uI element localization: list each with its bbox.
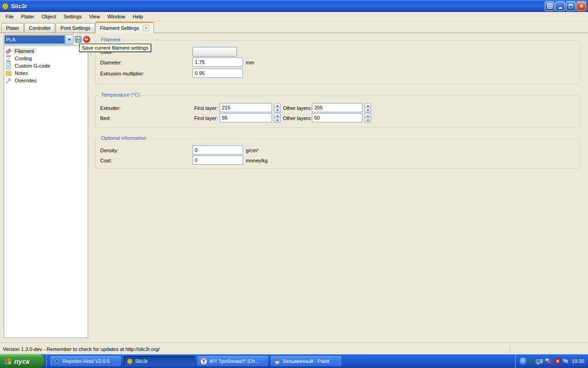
- preset-select[interactable]: PLA: [4, 34, 74, 45]
- start-button[interactable]: пуск: [0, 354, 45, 368]
- extrusion-multiplier-input[interactable]: [192, 69, 243, 78]
- tree-item-label: Custom G-code: [14, 63, 51, 69]
- status-text: Version 1.3.0-dev - Remember to check fo…: [3, 346, 160, 352]
- tree-item-label: Filament: [14, 48, 35, 54]
- bed-other-layers-input[interactable]: [312, 113, 362, 122]
- combo-dropdown-button[interactable]: [65, 35, 73, 44]
- slic3r-logo-icon: [1, 2, 9, 10]
- menu-window[interactable]: Window: [104, 13, 129, 20]
- window-title: Slic3r: [11, 3, 27, 10]
- save-floppy-icon: [75, 36, 82, 43]
- taskbar: пуск Repetier-Host V2.0.5 Slic3r A!!! Тр…: [0, 354, 588, 368]
- menu-view[interactable]: View: [85, 13, 104, 20]
- tab-label: Filament Settings: [100, 25, 139, 31]
- cost-unit: money/kg: [246, 155, 268, 165]
- tab-bar: Plater Controller Print Settings Filamen…: [0, 22, 588, 33]
- slic3r-logo-icon: [126, 357, 134, 365]
- close-tab-icon[interactable]: ×: [143, 25, 149, 31]
- filament-spool-icon: [5, 48, 12, 55]
- repetier-host-icon: [53, 358, 60, 365]
- start-label: пуск: [14, 357, 29, 365]
- minimize-icon: [559, 7, 562, 9]
- diameter-input[interactable]: [192, 58, 243, 67]
- extrusion-multiplier-label: Extrusion multiplier:: [100, 69, 144, 78]
- extruder-other-layers-input[interactable]: [312, 103, 362, 112]
- menu-help[interactable]: Help: [129, 13, 147, 20]
- diameter-label: Diameter:: [100, 58, 122, 67]
- spin-down-button[interactable]: [274, 108, 281, 113]
- close-button[interactable]: ×: [577, 1, 586, 11]
- bed-first-layer-spinner: [274, 113, 281, 123]
- tree-item-custom-gcode[interactable]: Custom G-code: [5, 62, 87, 69]
- wrench-icon: [5, 77, 12, 84]
- windows-flag-icon: [4, 357, 12, 365]
- extruder-first-layer-input[interactable]: [220, 103, 272, 112]
- cost-input[interactable]: [192, 155, 243, 165]
- grid-button[interactable]: [545, 1, 554, 11]
- gcode-document-icon: [5, 63, 12, 69]
- chevron-up-icon: [276, 115, 279, 117]
- wireless-network-icon[interactable]: [536, 357, 543, 365]
- taskbar-item-label: Безымянный - Paint: [283, 358, 329, 364]
- minimize-button[interactable]: [555, 1, 565, 11]
- spin-down-button[interactable]: [274, 118, 281, 123]
- density-unit: g/cm³: [246, 145, 259, 155]
- wifi-signal-icon[interactable]: [529, 358, 534, 364]
- tab-filament-settings[interactable]: Filament Settings ×: [96, 22, 154, 33]
- taskbar-item-browser[interactable]: A!!! Троблема!!! (От...: [197, 356, 269, 367]
- tooltip: Save current filament settings: [79, 44, 151, 52]
- network-disconnected-icon[interactable]: [545, 357, 552, 365]
- optional-info-groupbox: Optional information Density: g/cm³ Cost…: [95, 138, 580, 169]
- tree-item-label: Notes: [14, 70, 29, 76]
- preset-selected-value: PLA: [5, 35, 65, 44]
- desktop: Slic3r × File Plater Object Set: [0, 0, 588, 368]
- maximize-button[interactable]: [566, 1, 576, 11]
- clock[interactable]: 19:35: [571, 358, 584, 364]
- tab-label: Plater: [6, 25, 19, 31]
- taskbar-item-slic3r[interactable]: Slic3r: [124, 356, 195, 367]
- temperature-group-title: Temperature (°C): [99, 92, 141, 98]
- tab-print-settings[interactable]: Print Settings: [56, 23, 95, 33]
- menu-settings[interactable]: Settings: [60, 13, 85, 20]
- first-layer-label: First layer:: [192, 103, 218, 113]
- color-picker-button[interactable]: [192, 47, 237, 57]
- quick-launch-handle[interactable]: [46, 356, 49, 366]
- tab-controller[interactable]: Controller: [24, 23, 56, 33]
- other-layers-label: Other layers:: [283, 113, 312, 123]
- language-bar-icon[interactable]: %: [563, 358, 568, 364]
- filament-groupbox: Filament Color: Diameter: mm Extrusion m…: [95, 40, 580, 84]
- taskbar-item-label: A!!! Троблема!!! (От...: [209, 358, 259, 364]
- tree-item-cooling[interactable]: Cooling: [5, 55, 87, 62]
- tree-item-notes[interactable]: Notes: [5, 69, 87, 77]
- chevron-up-icon: [367, 115, 369, 117]
- menu-file[interactable]: File: [2, 13, 17, 20]
- close-icon: ×: [579, 3, 583, 9]
- tree-item-filament[interactable]: Filament: [5, 47, 87, 55]
- temperature-groupbox: Temperature (°C) Extruder: First layer: …: [95, 95, 580, 127]
- tab-plater[interactable]: Plater: [1, 23, 24, 33]
- security-alert-shield-icon[interactable]: [554, 357, 561, 365]
- maximize-icon: [569, 4, 573, 8]
- density-label: Density:: [100, 145, 119, 155]
- tree-item-overrides[interactable]: Overrides: [5, 77, 87, 84]
- spin-down-button[interactable]: [364, 118, 371, 123]
- grid-icon: [547, 3, 553, 9]
- chevron-down-icon: [276, 109, 279, 111]
- menu-plater[interactable]: Plater: [17, 13, 38, 20]
- chevron-down-icon: [276, 120, 279, 121]
- collapse-chevron-icon[interactable]: ‹: [520, 357, 527, 365]
- paint-icon: [274, 358, 281, 365]
- system-tray: ‹ % 19:35: [515, 354, 588, 368]
- bed-first-layer-input[interactable]: [220, 113, 272, 122]
- menu-object[interactable]: Object: [38, 13, 60, 20]
- save-preset-button[interactable]: [74, 35, 83, 44]
- density-input[interactable]: [192, 145, 243, 155]
- chevron-up-icon: [276, 105, 279, 107]
- taskbar-item-label: Repetier-Host V2.0.5: [62, 358, 110, 364]
- chevron-down-icon: [367, 120, 369, 121]
- delete-preset-button[interactable]: [82, 35, 91, 44]
- spin-down-button[interactable]: [364, 108, 371, 113]
- taskbar-item-repetier-host[interactable]: Repetier-Host V2.0.5: [50, 356, 122, 367]
- taskbar-item-paint[interactable]: Безымянный - Paint: [271, 356, 342, 367]
- optional-info-group-title: Optional information: [99, 135, 148, 141]
